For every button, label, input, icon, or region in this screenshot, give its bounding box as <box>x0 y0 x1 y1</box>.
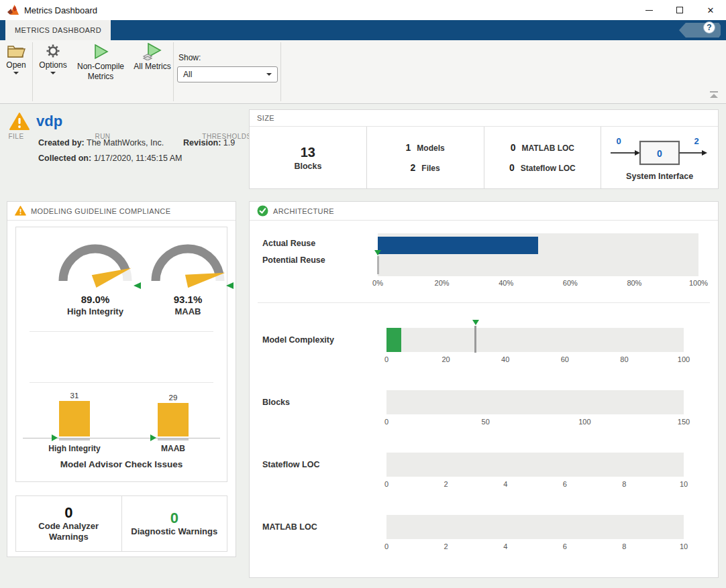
code-analyzer-warnings-value: 0 <box>64 505 72 521</box>
maximize-icon[interactable] <box>664 0 695 20</box>
architecture-title: ARCHITECTURE <box>273 207 334 215</box>
axis-tick: 8 <box>622 542 626 550</box>
potential-reuse-tick <box>377 256 379 274</box>
interface-outports: 2 <box>694 136 699 146</box>
gear-icon <box>44 43 62 59</box>
code-analyzer-warnings-tile[interactable]: 0 Code Analyzer Warnings <box>16 496 122 551</box>
loc-tile[interactable]: 0 MATLAB LOC 0 Stateflow LOC <box>484 127 602 188</box>
options-label: Options <box>39 60 66 70</box>
actual-reuse-bar <box>378 237 538 254</box>
axis-tick: 100% <box>689 279 708 287</box>
matlab-logo-icon <box>7 4 20 15</box>
issue-bar-value: 29 <box>169 394 178 402</box>
all-metrics-button[interactable]: All Metrics <box>132 43 173 72</box>
model-complexity-axis: 0 20 40 60 80 100 <box>386 355 684 365</box>
revision-label: Revision: <box>183 138 221 148</box>
diagnostic-warnings-label: Diagnostic Warnings <box>127 526 221 537</box>
diagnostic-warnings-tile[interactable]: 0 Diagnostic Warnings <box>122 496 227 551</box>
stateflow-loc-axis: 0 2 4 6 8 10 <box>386 480 684 489</box>
axis-tick: 2 <box>444 480 448 488</box>
options-button[interactable]: Options <box>36 43 70 74</box>
files-label: Files <box>421 164 439 173</box>
axis-tick: 100 <box>678 355 690 363</box>
models-files-tile[interactable]: 1 Models 2 Files <box>367 127 484 188</box>
toolstrip: Open Options Non-Compile Met <box>0 40 726 104</box>
model-name: vdp <box>36 113 62 130</box>
axis-tick: 10 <box>680 480 688 488</box>
gauge-chart <box>48 237 142 290</box>
non-compile-metrics-button[interactable]: Non-Compile Metrics <box>71 43 130 82</box>
reuse-track[interactable] <box>378 233 698 276</box>
compliance-gauge[interactable]: 93.1% MAAB <box>136 237 240 316</box>
chevron-down-icon <box>266 73 272 76</box>
issue-bar-group[interactable]: 29 <box>153 394 193 436</box>
compliance-gauge[interactable]: 89.0% High Integrity <box>43 237 148 316</box>
issue-bar <box>158 403 189 436</box>
issue-category: MAAB <box>161 444 185 453</box>
blocks-track[interactable] <box>386 390 684 414</box>
open-button[interactable]: Open <box>1 43 31 74</box>
reuse-axis: 0% 20% 40% 60% 80% 100% <box>378 279 698 288</box>
play-stack-icon <box>142 43 162 60</box>
blocks-tile[interactable]: 13 Blocks <box>250 127 367 188</box>
warning-icon <box>15 206 26 216</box>
tab-metrics-dashboard[interactable]: METRICS DASHBOARD <box>5 20 111 40</box>
model-complexity-label: Model Complexity <box>262 328 334 352</box>
axis-tick: 0 <box>384 355 388 363</box>
blocks-axis: 0 50 100 150 <box>386 418 684 427</box>
issue-bar <box>59 401 90 436</box>
stateflow-loc-value: 0 <box>509 162 515 173</box>
show-label: Show: <box>178 53 201 62</box>
gauge-value: 89.0% <box>43 294 148 305</box>
gauge-chart <box>141 237 235 290</box>
axis-tick: 150 <box>678 418 690 426</box>
metrics-dashboard-window: Metrics Dashboard ✕ METRICS DASHBOARD ? … <box>0 0 726 588</box>
axis-tick: 6 <box>563 542 567 550</box>
model-meta-line1: Created by: The MathWorks, Inc. Revision… <box>38 138 235 148</box>
system-interface-label: System Interface <box>626 172 693 181</box>
axis-tick: 0 <box>384 542 388 550</box>
architecture-panel-header: ARCHITECTURE <box>250 202 718 221</box>
axis-tick: 80% <box>627 279 641 287</box>
gauge-label: MAAB <box>136 306 240 316</box>
compliance-panel: MODELING GUIDELINE COMPLIANCE 89.0% High… <box>7 201 236 557</box>
system-interface-tile[interactable]: 0 0 2 System Interface <box>601 127 718 188</box>
actual-reuse-label: Actual Reuse <box>262 239 315 248</box>
model-complexity-track[interactable] <box>386 328 684 352</box>
issues-chart-title: Model Advisor Check Issues <box>16 459 227 469</box>
issue-category: High Integrity <box>48 444 100 453</box>
all-metrics-label: All Metrics <box>134 62 170 72</box>
group-label-file: FILE <box>0 133 32 140</box>
issue-bar-group[interactable]: 31 <box>54 392 95 436</box>
collapse-ribbon-icon[interactable] <box>709 91 719 99</box>
axis-tick: 10 <box>680 542 688 550</box>
matlab-loc-track[interactable] <box>386 515 684 539</box>
revision-value: 1.9 <box>223 138 235 148</box>
axis-tick: 40 <box>501 355 509 363</box>
title-bar: Metrics Dashboard ✕ <box>0 0 726 20</box>
warning-icon <box>9 113 30 131</box>
play-icon <box>92 43 109 60</box>
models-label: Models <box>417 143 444 153</box>
matlab-loc-axis: 0 2 4 6 8 10 <box>386 542 684 552</box>
files-value: 2 <box>411 162 416 173</box>
stateflow-loc-track[interactable] <box>386 453 684 477</box>
issue-bar-value: 31 <box>70 392 79 400</box>
axis-tick: 0% <box>372 279 383 287</box>
blocks-value: 13 <box>301 145 315 160</box>
blocks-label: Blocks <box>294 162 321 171</box>
minimize-icon[interactable] <box>633 0 664 20</box>
interface-subsystems: 0 <box>657 148 662 159</box>
check-circle-icon <box>257 205 268 217</box>
close-icon[interactable]: ✕ <box>695 0 726 20</box>
architecture-panel: ARCHITECTURE Actual Reuse Potential Reus… <box>249 201 719 578</box>
show-threshold-dropdown[interactable]: All <box>177 66 278 82</box>
axis-tick: 20 <box>442 355 450 363</box>
issue-bar-shadow <box>59 438 90 440</box>
axis-tick: 60% <box>563 279 578 287</box>
axis-tick: 20% <box>435 279 450 287</box>
issue-bar-shadow <box>158 438 189 440</box>
help-button[interactable]: ? <box>703 21 715 34</box>
axis-tick: 0 <box>384 418 388 426</box>
folder-icon <box>7 43 25 59</box>
